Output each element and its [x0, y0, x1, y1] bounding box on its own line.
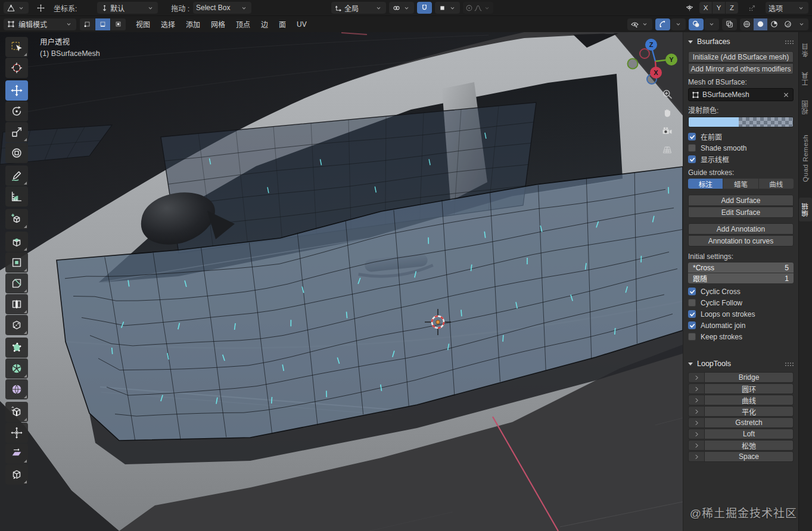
- mirror-axis-x-button[interactable]: X: [699, 2, 712, 14]
- gizmos-toggle[interactable]: [655, 18, 670, 30]
- gstretch-button[interactable]: Gstretch: [705, 417, 794, 428]
- shade-smooth-checkbox[interactable]: [688, 144, 696, 152]
- tool-annotate[interactable]: [5, 165, 28, 186]
- cyclic-follow-checkbox[interactable]: [688, 299, 696, 307]
- checkbox-row-in-front[interactable]: 在前面: [688, 131, 794, 142]
- checkbox-row-automatic-join[interactable]: Automatic join: [688, 320, 794, 331]
- loops-on-strokes-checkbox[interactable]: [688, 310, 696, 318]
- cross-field[interactable]: *Cross5: [688, 263, 794, 273]
- flatten-expand-button[interactable]: [688, 406, 705, 417]
- tool-edge-slide[interactable]: [5, 402, 28, 422]
- tool-inset-faces[interactable]: [5, 252, 28, 273]
- mirror-axis-y-button[interactable]: Y: [713, 2, 725, 14]
- vertex-select-mode-button[interactable]: [80, 18, 95, 30]
- gizmo-axis-y-neg[interactable]: [628, 59, 638, 69]
- add-annotation-button[interactable]: Add Annotation: [688, 223, 794, 235]
- bridge-button[interactable]: Bridge: [705, 372, 794, 383]
- toggle-perspective-icon[interactable]: [659, 142, 676, 157]
- tool-cursor-3d[interactable]: [5, 58, 28, 78]
- bsurfaces-panel-header[interactable]: Bsurfaces: [688, 36, 794, 48]
- wireframe-shading-button[interactable]: [740, 18, 754, 30]
- sidebar-tab-item[interactable]: 条目: [799, 38, 812, 62]
- material-shading-button[interactable]: [767, 18, 781, 30]
- relax-expand-button[interactable]: [688, 440, 705, 451]
- menu-uv[interactable]: UV: [291, 18, 312, 31]
- tool-add-cube[interactable]: [5, 209, 28, 229]
- initialize-button[interactable]: Initialize (Add BSurface mesh): [688, 51, 794, 63]
- bsurface-mesh-field[interactable]: BSurfaceMesh: [688, 88, 794, 101]
- gizmo-axis-x-neg[interactable]: [640, 49, 649, 58]
- menu-mesh[interactable]: 网格: [206, 18, 231, 31]
- checkbox-row-show-wireframe[interactable]: 显示线框: [688, 154, 794, 165]
- tool-smooth[interactable]: [5, 379, 28, 399]
- sidebar-tab-edit[interactable]: 编辑: [799, 198, 812, 221]
- tool-shear[interactable]: [5, 443, 28, 464]
- loft-button[interactable]: Loft: [705, 429, 794, 439]
- camera-view-icon[interactable]: [659, 124, 676, 138]
- mode-dropdown[interactable]: 编辑模式: [4, 18, 76, 30]
- xray-toggle[interactable]: [722, 18, 737, 30]
- follow-field[interactable]: 跟随1: [688, 273, 794, 283]
- checkbox-row-cyclic-cross[interactable]: Cyclic Cross: [688, 286, 794, 297]
- curve-button[interactable]: 曲线: [705, 395, 794, 405]
- overlays-toggle[interactable]: [689, 18, 704, 30]
- zoom-icon[interactable]: [659, 87, 676, 101]
- automatic-join-checkbox[interactable]: [688, 321, 696, 329]
- show-wireframe-checkbox[interactable]: [688, 155, 696, 163]
- space-button[interactable]: Space: [705, 451, 794, 462]
- sidebar-tab-tool[interactable]: 工具: [799, 67, 812, 90]
- sidebar-tab-quad-remesh[interactable]: Quad Remesh: [800, 130, 811, 187]
- tool-tweak-select-box[interactable]: [5, 37, 28, 57]
- relax-button[interactable]: 松弛: [705, 440, 794, 451]
- tool-extrude-region[interactable]: [5, 232, 28, 252]
- overlays-dropdown[interactable]: [704, 18, 719, 30]
- mirror-axis-z-button[interactable]: Z: [726, 2, 738, 14]
- viewport-3d[interactable]: 用户透视 (1) BSurfaceMesh Z Y X: [0, 32, 683, 531]
- add-mirror-button[interactable]: Add Mirror and others modifiers: [688, 63, 794, 74]
- annotation-to-curves-button[interactable]: Annotation to curves: [688, 235, 794, 246]
- tool-rotate[interactable]: [5, 101, 28, 121]
- tool-loop-cut[interactable]: [5, 294, 28, 314]
- snap-toggle[interactable]: [417, 2, 432, 14]
- panel-drag-handle[interactable]: [785, 362, 794, 366]
- pan-hand-icon[interactable]: [659, 105, 676, 120]
- shading-dropdown[interactable]: [795, 18, 808, 30]
- circle-button[interactable]: 圆环: [705, 383, 794, 394]
- gstretch-expand-button[interactable]: [688, 417, 705, 428]
- tool-measure[interactable]: [5, 186, 28, 207]
- tool-shrink-fatten[interactable]: [5, 423, 28, 443]
- gizmos-dropdown[interactable]: [671, 18, 686, 30]
- tool-poly-build[interactable]: [5, 338, 28, 358]
- menu-face[interactable]: 面: [273, 18, 291, 31]
- pivot-point-dropdown[interactable]: [389, 2, 414, 14]
- close-icon[interactable]: [782, 90, 791, 99]
- tool-rip-region[interactable]: [5, 464, 28, 485]
- in-front-checkbox[interactable]: [688, 133, 696, 140]
- curve-expand-button[interactable]: [688, 395, 705, 405]
- guide-curve-button[interactable]: 曲线: [759, 179, 794, 189]
- tool-knife[interactable]: [5, 315, 28, 335]
- panel-drag-handle[interactable]: [785, 40, 794, 44]
- face-select-mode-button[interactable]: [111, 18, 126, 30]
- proportional-editing-group[interactable]: [463, 2, 493, 14]
- menu-view[interactable]: 视图: [130, 18, 155, 31]
- drag-dropdown[interactable]: Select Box: [193, 2, 251, 14]
- space-expand-button[interactable]: [688, 451, 705, 462]
- guide-annotation-button[interactable]: 标注: [688, 179, 723, 189]
- options-dropdown[interactable]: 选项: [766, 2, 808, 14]
- keep-strokes-checkbox[interactable]: [688, 333, 696, 341]
- circle-expand-button[interactable]: [688, 383, 705, 394]
- solid-shading-button[interactable]: [754, 18, 767, 30]
- loft-expand-button[interactable]: [688, 429, 705, 439]
- checkbox-row-loops-on-strokes[interactable]: Loops on strokes: [688, 308, 794, 320]
- transform-orientation-dropdown[interactable]: 全局: [331, 2, 386, 14]
- sidebar-tab-view[interactable]: 视图: [799, 95, 812, 119]
- menu-edge[interactable]: 边: [256, 18, 273, 31]
- edit-surface-button[interactable]: Edit Surface: [688, 207, 794, 218]
- cyclic-cross-checkbox[interactable]: [688, 288, 696, 295]
- edge-select-mode-button[interactable]: [95, 18, 110, 30]
- diffuse-color-field[interactable]: [688, 117, 794, 127]
- object-visibility-dropdown[interactable]: [627, 18, 652, 30]
- menu-add[interactable]: 添加: [181, 18, 206, 31]
- tool-spin[interactable]: [5, 358, 28, 379]
